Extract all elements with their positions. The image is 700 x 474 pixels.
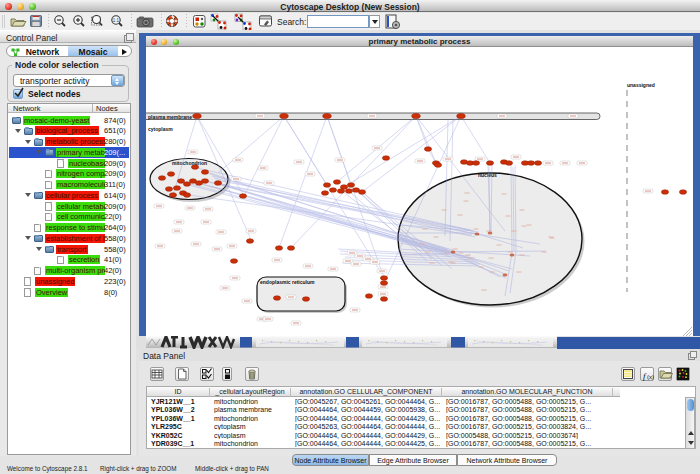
svg-text:mitochondrion: mitochondrion (172, 160, 207, 166)
svg-text:unassigned: unassigned (627, 82, 655, 88)
svg-text:nucleus: nucleus (478, 172, 497, 178)
svg-text:1:1: 1:1 (113, 18, 120, 23)
svg-text:endoplasmic reticulum: endoplasmic reticulum (260, 279, 315, 285)
svg-text:plasma membrane: plasma membrane (148, 114, 192, 120)
svg-text:(x): (x) (647, 374, 654, 380)
svg-text:cytoplasm: cytoplasm (148, 126, 173, 132)
